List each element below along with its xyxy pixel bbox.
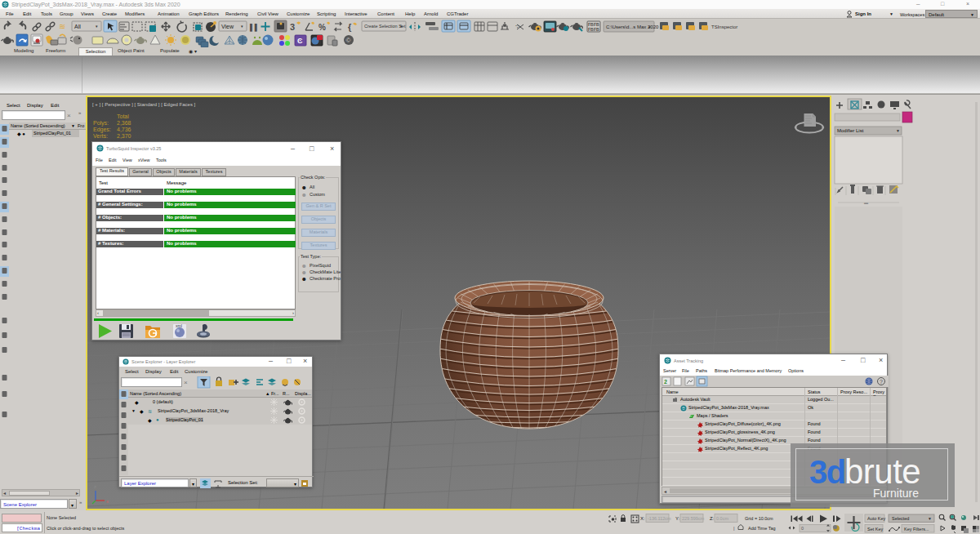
svg-text:Set Key: Set Key — [867, 527, 884, 532]
svg-text:0: 0 — [801, 526, 804, 531]
svg-text:Selected: Selected — [892, 516, 909, 521]
svg-text:Z:: Z: — [710, 516, 715, 521]
svg-text:|: | — [733, 526, 735, 531]
svg-text:Y:: Y: — [675, 516, 680, 521]
svg-text:Total: Total — [117, 113, 129, 119]
svg-text:FB: FB — [588, 27, 594, 32]
svg-text:-136.112cm: -136.112cm — [648, 516, 671, 521]
svg-text:All: All — [74, 24, 81, 29]
svg-text:Auto Key: Auto Key — [867, 516, 886, 521]
svg-text:?: ? — [880, 379, 883, 385]
svg-text:x: x — [106, 499, 109, 504]
svg-text:{: { — [348, 22, 352, 32]
svg-text:3: 3 — [290, 22, 295, 32]
svg-text:%: % — [318, 23, 326, 32]
svg-text:Ͼ: Ͼ — [297, 37, 303, 45]
svg-text:Verts:: Verts: — [93, 133, 108, 139]
svg-text:0.0cm: 0.0cm — [716, 516, 728, 521]
svg-text:TSInspector: TSInspector — [711, 24, 737, 29]
svg-text:C:\Users\d...s Max 2020: C:\Users\d...s Max 2020 — [606, 24, 659, 29]
svg-text:z: z — [94, 484, 96, 489]
svg-text:▼: ▼ — [896, 128, 900, 133]
svg-text:▌▌: ▌▌ — [250, 23, 259, 32]
svg-text:≋: ≋ — [59, 22, 65, 31]
svg-text:Add Time Tag: Add Time Tag — [748, 526, 776, 531]
svg-text:[ + ] [ Perspective ] [ Standa: [ + ] [ Perspective ] [ Standard ] [ Edg… — [92, 102, 196, 107]
svg-text:▼: ▼ — [928, 516, 932, 521]
svg-text:Edges:: Edges: — [93, 127, 111, 133]
svg-text:Grid = 10.0cm: Grid = 10.0cm — [745, 516, 773, 521]
svg-text:FB: FB — [594, 27, 599, 32]
svg-text:Modifier List: Modifier List — [837, 128, 864, 133]
svg-text:229.599cm: 229.599cm — [682, 516, 705, 521]
svg-text:xml: xml — [176, 323, 182, 328]
svg-text:©: © — [346, 37, 351, 44]
svg-text:Key Filters...: Key Filters... — [904, 527, 929, 532]
svg-text:X:: X: — [640, 516, 645, 521]
svg-text:▬: ▬ — [864, 200, 868, 205]
svg-text:View: View — [221, 24, 234, 29]
svg-text:2,370: 2,370 — [117, 133, 131, 139]
svg-text:2,368: 2,368 — [117, 120, 131, 126]
svg-text:4,736: 4,736 — [117, 127, 131, 132]
svg-text:2: 2 — [664, 379, 667, 385]
svg-text:Polys:: Polys: — [93, 120, 109, 127]
